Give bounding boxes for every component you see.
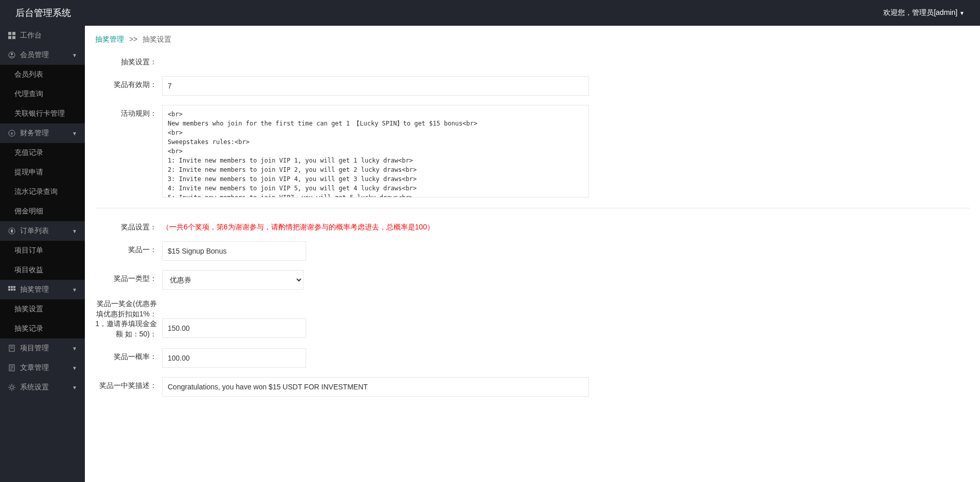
chevron-down-icon: ▼ xyxy=(72,131,77,136)
svg-rect-13 xyxy=(8,289,10,291)
dashboard-icon xyxy=(8,32,16,39)
chevron-down-icon: ▼ xyxy=(72,346,77,351)
sidebar-item-member-list[interactable]: 会员列表 xyxy=(0,65,85,84)
prize1-desc-label: 奖品一中奖描述： xyxy=(95,377,162,390)
sidebar-item-bank-card[interactable]: 关联银行卡管理 xyxy=(0,104,85,123)
sidebar-label: 工作台 xyxy=(20,31,42,40)
sidebar-item-agent-query[interactable]: 代理查询 xyxy=(0,84,85,104)
finance-icon: ¥ xyxy=(8,130,16,137)
sidebar-label: 抽奖管理 xyxy=(20,285,49,294)
svg-rect-2 xyxy=(8,36,11,39)
svg-rect-3 xyxy=(12,36,15,39)
prize1-desc-input[interactable] xyxy=(162,377,589,397)
prize1-type-select[interactable]: 优惠券 xyxy=(162,270,304,290)
form: 抽奖设置： 奖品有效期： 活动规则： <br> New members who … xyxy=(85,53,980,426)
svg-rect-11 xyxy=(11,286,13,288)
chevron-down-icon: ▼ xyxy=(72,287,77,293)
svg-rect-1 xyxy=(12,32,15,35)
sidebar-label: 项目管理 xyxy=(20,344,49,353)
sidebar-label: 文章管理 xyxy=(20,363,49,372)
chevron-down-icon: ▼ xyxy=(959,10,965,16)
prize1-type-label: 奖品一类型： xyxy=(95,270,162,283)
sidebar-item-lottery-mgmt[interactable]: 抽奖管理 ▼ xyxy=(0,280,85,299)
breadcrumb-sep: >> xyxy=(129,35,137,43)
article-icon xyxy=(8,364,16,371)
grid-icon xyxy=(8,286,16,293)
document-icon xyxy=(8,345,16,352)
svg-rect-15 xyxy=(13,289,15,291)
sidebar-item-workbench[interactable]: 工作台 xyxy=(0,26,85,45)
sidebar-label: 系统设置 xyxy=(20,383,49,392)
prize1-label: 奖品一： xyxy=(95,241,162,255)
sidebar-item-order-list[interactable]: 订单列表 ▼ xyxy=(0,221,85,241)
prize1-prob-label: 奖品一概率： xyxy=(95,348,162,362)
order-icon xyxy=(8,227,16,235)
svg-rect-12 xyxy=(13,286,15,288)
svg-rect-0 xyxy=(8,32,11,35)
sidebar-label: 订单列表 xyxy=(20,226,49,236)
sidebar-label: 财务管理 xyxy=(20,129,49,138)
prize1-prob-input[interactable] xyxy=(162,348,306,368)
prize1-amount-label: 奖品一奖金(优惠券填优惠折扣如1%：1，邀请券填现金金额 如：50)： xyxy=(95,299,162,339)
section-prize-settings-label: 奖品设置： xyxy=(95,219,162,232)
user-icon xyxy=(8,51,16,59)
svg-point-23 xyxy=(10,386,13,389)
breadcrumb-parent[interactable]: 抽奖管理 xyxy=(95,35,124,43)
sidebar-item-lottery-records[interactable]: 抽奖记录 xyxy=(0,319,85,338)
section-lottery-settings-label: 抽奖设置： xyxy=(95,53,162,67)
chevron-down-icon: ▼ xyxy=(72,52,77,58)
sidebar-item-recharge[interactable]: 充值记录 xyxy=(0,143,85,163)
header: 后台管理系统 欢迎您，管理员[admin] ▼ xyxy=(0,0,980,26)
gear-icon xyxy=(8,384,16,391)
sidebar-item-commission[interactable]: 佣金明细 xyxy=(0,202,85,221)
sidebar-item-withdraw[interactable]: 提现申请 xyxy=(0,163,85,182)
welcome-text: 欢迎您，管理员[admin] xyxy=(883,8,957,17)
prize1-amount-input[interactable] xyxy=(162,318,306,338)
sidebar-item-flow[interactable]: 流水记录查询 xyxy=(0,182,85,202)
svg-rect-10 xyxy=(8,286,10,288)
sidebar-item-project-order[interactable]: 项目订单 xyxy=(0,241,85,260)
svg-point-5 xyxy=(11,53,13,55)
sidebar-item-finance-mgmt[interactable]: ¥ 财务管理 ▼ xyxy=(0,123,85,143)
svg-rect-14 xyxy=(11,289,13,291)
chevron-down-icon: ▼ xyxy=(72,228,77,234)
sidebar-item-member-mgmt[interactable]: 会员管理 ▼ xyxy=(0,45,85,65)
svg-rect-9 xyxy=(11,229,13,233)
sidebar-item-project-mgmt[interactable]: 项目管理 ▼ xyxy=(0,338,85,358)
sidebar-label: 会员管理 xyxy=(20,50,49,60)
user-menu[interactable]: 欢迎您，管理员[admin] ▼ xyxy=(883,8,965,17)
sidebar-item-project-income[interactable]: 项目收益 xyxy=(0,260,85,280)
rules-label: 活动规则： xyxy=(95,105,162,118)
validity-label: 奖品有效期： xyxy=(95,76,162,90)
sidebar: 工作台 会员管理 ▼ 会员列表 代理查询 关联银行卡管理 ¥ 财务管理 ▼ 充值… xyxy=(0,26,85,482)
app-title: 后台管理系统 xyxy=(15,7,71,19)
svg-text:¥: ¥ xyxy=(10,131,13,136)
validity-input[interactable] xyxy=(162,76,589,96)
breadcrumb: 抽奖管理 >> 抽奖设置 xyxy=(85,26,980,53)
sidebar-item-system-settings[interactable]: 系统设置 ▼ xyxy=(0,378,85,397)
main-content: 抽奖管理 >> 抽奖设置 抽奖设置： 奖品有效期： 活动规则： <br> New… xyxy=(85,26,980,482)
breadcrumb-current: 抽奖设置 xyxy=(142,35,171,43)
chevron-down-icon: ▼ xyxy=(72,385,77,390)
prize-settings-hint: （一共6个奖项，第6为谢谢参与，请酌情把谢谢参与的概率考虑进去，总概率是100） xyxy=(162,219,434,232)
prize1-input[interactable] xyxy=(162,241,306,261)
divider xyxy=(95,208,970,208)
sidebar-item-article-mgmt[interactable]: 文章管理 ▼ xyxy=(0,358,85,378)
rules-textarea[interactable]: <br> New members who join for the first … xyxy=(162,105,589,198)
sidebar-item-lottery-settings[interactable]: 抽奖设置 xyxy=(0,299,85,319)
chevron-down-icon: ▼ xyxy=(72,365,77,371)
